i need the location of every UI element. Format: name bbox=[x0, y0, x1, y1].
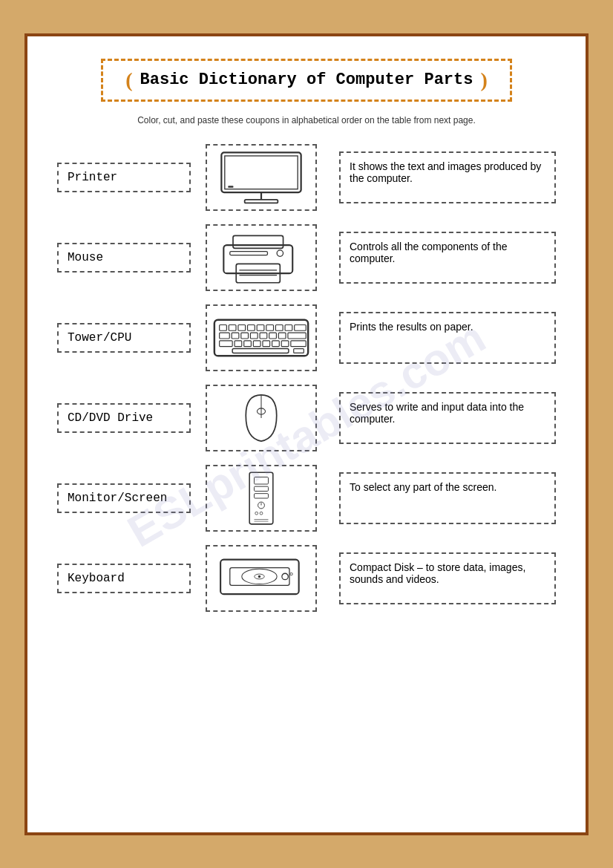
svg-rect-29 bbox=[288, 333, 306, 339]
svg-rect-43 bbox=[255, 477, 269, 484]
svg-point-49 bbox=[260, 512, 263, 515]
svg-rect-1 bbox=[225, 155, 298, 189]
svg-point-57 bbox=[282, 573, 288, 579]
svg-rect-27 bbox=[269, 333, 277, 339]
bracket-right-icon: ) bbox=[480, 68, 487, 92]
label-keyboard: Keyboard bbox=[57, 564, 191, 593]
desc-cddvd: Compact Disk – to store data, images, so… bbox=[339, 552, 556, 604]
table-row: Printer It shows the text and images pro… bbox=[57, 144, 556, 211]
desc-keyboard: Prints the results on paper. bbox=[339, 312, 556, 364]
mouse-image bbox=[206, 385, 317, 451]
svg-rect-4 bbox=[228, 186, 233, 188]
table-row: Mouse Controls all the components of the… bbox=[57, 224, 556, 291]
svg-point-48 bbox=[255, 512, 258, 515]
table-row: Tower/CPU bbox=[57, 304, 556, 371]
svg-rect-22 bbox=[220, 333, 230, 339]
svg-rect-3 bbox=[245, 199, 278, 202]
svg-point-58 bbox=[290, 572, 292, 575]
svg-rect-35 bbox=[272, 340, 280, 346]
label-printer: Printer bbox=[57, 163, 191, 192]
svg-rect-11 bbox=[230, 251, 268, 255]
svg-rect-33 bbox=[253, 340, 260, 346]
svg-rect-24 bbox=[241, 333, 249, 339]
svg-rect-37 bbox=[291, 340, 306, 346]
desc-tower: To select any part of the screen. bbox=[339, 472, 556, 524]
svg-rect-18 bbox=[266, 324, 274, 330]
label-tower: Tower/CPU bbox=[57, 323, 191, 353]
main-page: ESLprintables.com ( Basic Dictionary of … bbox=[24, 33, 589, 835]
title-box: ( Basic Dictionary of Computer Parts ) bbox=[101, 59, 512, 102]
svg-rect-45 bbox=[255, 493, 269, 497]
svg-rect-13 bbox=[220, 324, 227, 330]
svg-rect-6 bbox=[233, 235, 283, 248]
svg-rect-38 bbox=[232, 348, 289, 353]
cddvd-image bbox=[206, 545, 317, 612]
printer-image bbox=[206, 224, 317, 291]
svg-rect-32 bbox=[244, 340, 252, 346]
keyboard-image bbox=[206, 304, 317, 371]
desc-printer: Controls all the components of the compu… bbox=[339, 232, 556, 284]
monitor-image bbox=[206, 144, 317, 211]
desc-monitor: It shows the text and images produced by… bbox=[339, 151, 556, 203]
svg-rect-26 bbox=[260, 333, 267, 339]
label-mouse: Mouse bbox=[57, 243, 191, 273]
svg-rect-34 bbox=[263, 340, 270, 346]
svg-rect-23 bbox=[232, 333, 239, 339]
svg-point-10 bbox=[277, 249, 283, 255]
svg-rect-17 bbox=[257, 324, 264, 330]
header-area: ( Basic Dictionary of Computer Parts ) bbox=[57, 59, 556, 102]
svg-rect-39 bbox=[294, 348, 304, 353]
svg-point-56 bbox=[258, 575, 260, 577]
svg-rect-21 bbox=[295, 324, 306, 330]
tower-image bbox=[206, 465, 317, 532]
svg-rect-20 bbox=[285, 324, 292, 330]
svg-rect-19 bbox=[275, 324, 283, 330]
svg-rect-14 bbox=[229, 324, 236, 330]
bracket-left-icon: ( bbox=[125, 68, 132, 92]
svg-rect-31 bbox=[235, 340, 242, 346]
svg-rect-44 bbox=[255, 486, 269, 491]
svg-rect-5 bbox=[223, 245, 292, 273]
svg-rect-15 bbox=[238, 324, 246, 330]
content-grid: Printer It shows the text and images pro… bbox=[57, 144, 556, 612]
svg-rect-36 bbox=[281, 340, 289, 346]
label-cddvd: CD/DVD Drive bbox=[57, 403, 191, 433]
page-title: Basic Dictionary of Computer Parts bbox=[140, 71, 473, 89]
table-row: Monitor/Screen bbox=[57, 465, 556, 532]
table-row: Keyboard Compact bbox=[57, 545, 556, 612]
subtitle-text: Color, cut, and paste these coupons in a… bbox=[57, 115, 556, 125]
svg-rect-16 bbox=[248, 324, 255, 330]
table-row: CD/DVD Drive Serves to write and input d… bbox=[57, 385, 556, 451]
label-monitor: Monitor/Screen bbox=[57, 483, 191, 513]
svg-rect-28 bbox=[278, 333, 286, 339]
svg-rect-30 bbox=[220, 340, 232, 346]
desc-mouse: Serves to write and input data into the … bbox=[339, 392, 556, 444]
svg-rect-25 bbox=[250, 333, 258, 339]
